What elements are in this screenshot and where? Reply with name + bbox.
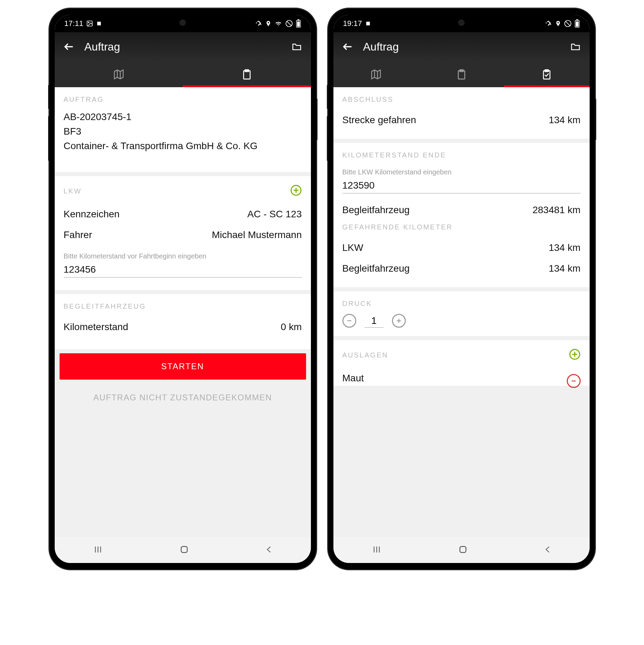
kmende-input[interactable] [342,178,581,193]
maut-label: Maut [342,373,364,384]
plate-value: AC - SC 123 [247,209,302,220]
tab-map[interactable] [333,61,419,87]
driver-label: Fahrer [64,229,92,240]
row-maut: Maut [342,368,581,384]
svg-rect-16 [181,546,187,553]
dnd-icon [285,20,293,27]
card-begleitfahrzeug: BEGLEITFAHRZEUG Kilometerstand 0 km [55,294,311,349]
print-stepper: 1 [342,314,581,328]
gef-begleit-value: 134 km [549,263,581,274]
recents-button[interactable] [371,545,382,555]
gef-lkw-label: LKW [342,242,364,253]
wifi-icon [274,20,283,27]
content-area: ABSCHLUSS Strecke gefahren 134 km KILOME… [333,87,590,537]
section-label-abschluss: ABSCHLUSS [342,96,581,103]
row-begleit: Begleitfahrzeug 283481 km [342,200,581,220]
app-title: Auftrag [84,40,281,53]
order-number: AB-20203745-1 [64,110,302,124]
gef-lkw-value: 134 km [549,242,581,253]
begleit-value: 283481 km [533,205,581,216]
status-time: 19:17 [343,19,362,28]
clipboard-check-icon [541,69,552,80]
add-lkw-button[interactable] [290,184,302,198]
back-nav-button[interactable] [544,544,552,556]
map-icon [113,69,125,80]
location-icon [555,20,561,27]
plus-circle-icon [569,348,581,360]
svg-rect-2 [97,22,101,26]
camera-notch [454,15,469,30]
dnd-icon [564,20,572,27]
back-button[interactable] [342,41,354,53]
tab-indicator [504,85,590,87]
section-label-begleit: BEGLEITFAHRZEUG [64,302,302,310]
content-area: AUFTRAG AB-20203745-1 BF3 Container- & T… [55,87,311,537]
row-gef-lkw: LKW 134 km [342,237,581,258]
tab-map[interactable] [55,61,183,87]
system-nav-bar [333,537,590,563]
location-icon [265,20,271,27]
section-label-auftrag: AUFTRAG [64,96,302,103]
cancel-order-button[interactable]: AUFTRAG NICHT ZUSTANDEGEKOMMEN [55,383,311,412]
card-lkw: LKW Kennzeichen AC - SC 123 Fahrer Micha… [55,176,311,290]
map-icon [370,69,382,80]
folder-button[interactable] [570,42,581,52]
phone-right: 19:17 Auftrag [328,9,595,569]
card-km-ende: KILOMETERSTAND ENDE Bitte LKW Kilometers… [333,143,590,287]
svg-rect-7 [297,21,300,27]
card-auslagen: AUSLAGEN Maut [333,340,590,386]
tab-bar [55,61,311,87]
section-label-kmende: KILOMETERSTAND ENDE [342,151,581,159]
stepper-minus-button[interactable] [342,314,356,328]
tab-clipboard[interactable] [183,61,311,87]
tab-clipboard[interactable] [419,61,504,87]
tab-indicator [183,85,311,87]
section-label-druck: DRUCK [342,300,581,308]
tab-clipboard-check[interactable] [504,61,590,87]
stepper-plus-button[interactable] [392,314,406,328]
remove-maut-button[interactable] [567,374,581,388]
vibrate-icon [255,20,262,27]
stop-icon [96,20,102,27]
add-auslagen-button[interactable] [569,348,581,362]
svg-rect-22 [576,21,579,27]
plus-circle-icon [290,184,302,196]
battery-icon [296,19,301,28]
strecke-label: Strecke gefahren [342,115,416,126]
stepper-value[interactable]: 1 [365,314,384,328]
phone-left: 17:11 Auftrag [50,9,316,569]
back-button[interactable] [63,41,75,53]
svg-point-1 [88,22,89,23]
row-driver: Fahrer Michael Mustermann [64,225,302,245]
svg-rect-6 [297,19,299,20]
driver-value: Michael Mustermann [212,229,302,240]
row-strecke: Strecke gefahren 134 km [342,110,581,130]
svg-rect-37 [460,546,466,553]
folder-button[interactable] [291,42,303,52]
home-button[interactable] [458,544,468,556]
recents-button[interactable] [92,545,104,555]
order-company: Container- & Transportfirma GmbH & Co. K… [64,139,302,153]
back-nav-button[interactable] [265,544,273,556]
minus-icon [346,317,353,324]
km-input[interactable] [64,262,302,278]
home-button[interactable] [179,544,189,556]
strecke-value: 134 km [549,115,581,126]
image-icon [86,20,93,27]
svg-rect-21 [576,19,578,20]
start-button[interactable]: STARTEN [60,353,306,380]
section-label-auslagen: AUSLAGEN [342,351,388,359]
svg-line-4 [287,21,291,26]
svg-line-19 [565,21,570,26]
app-bar: Auftrag [55,32,311,61]
plus-icon [395,317,402,324]
clipboard-icon [456,69,467,80]
clipboard-icon [241,69,252,80]
stop-icon [365,20,371,27]
plate-label: Kennzeichen [64,209,120,220]
section-label-gef: GEFAHRENDE KILOMETER [342,223,581,231]
svg-rect-17 [366,22,370,26]
section-label-lkw: LKW [64,187,82,195]
gef-begleit-label: Begleitfahrzeug [342,263,410,274]
app-bar: Auftrag [333,32,590,61]
